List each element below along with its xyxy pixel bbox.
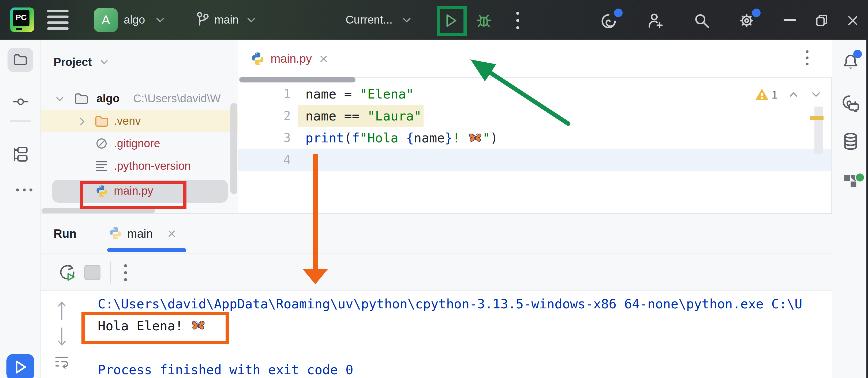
git-branch-icon[interactable]	[195, 12, 210, 28]
tree-row-python-version[interactable]: .python-version	[41, 155, 239, 177]
prev-problem-button[interactable]	[788, 91, 799, 99]
code-token: name =	[305, 87, 360, 101]
toolbar-more-button[interactable]	[516, 12, 519, 29]
tree-row-main-py[interactable]: main.py	[41, 180, 239, 202]
venv-folder-icon	[95, 115, 109, 128]
project-vscrollbar-thumb[interactable]	[230, 103, 237, 194]
code-line-2[interactable]: 2 name == "Laura"	[239, 105, 831, 127]
pycharm-logo-text: PC	[13, 10, 29, 26]
run-config-selector[interactable]: Current...	[346, 0, 393, 40]
python-file-icon	[95, 184, 108, 198]
warning-count: 1	[772, 89, 778, 101]
code-token-keyword: print	[305, 130, 344, 145]
run-config-chevron-icon[interactable]	[401, 16, 412, 24]
editor-tab-main-py[interactable]: main.py	[271, 40, 312, 78]
line-number: 4	[239, 149, 291, 171]
code-token-string: "Elena"	[360, 87, 414, 101]
project-panel-chevron-icon[interactable]	[99, 58, 109, 66]
minimize-button[interactable]	[784, 19, 796, 21]
run-panel: Run main	[41, 213, 832, 378]
project-panel-title[interactable]: Project	[54, 56, 92, 69]
rerun-button[interactable]	[58, 264, 76, 282]
code-line-1[interactable]: 1 name = "Elena"	[239, 83, 831, 105]
strip-divider	[10, 121, 31, 122]
toolbar-separator	[110, 262, 111, 283]
editor-tab-bar: main.py	[239, 40, 832, 78]
structure-tool-button[interactable]	[12, 146, 29, 163]
tree-item-name: algo	[96, 87, 120, 110]
tree-item-name: main.py	[114, 180, 153, 202]
line-number: 1	[239, 83, 291, 105]
run-panel-title[interactable]: Run	[54, 214, 76, 253]
database-tool-button[interactable]	[842, 133, 859, 150]
ignored-file-icon	[95, 137, 108, 150]
code-token-string: "Laura"	[367, 108, 422, 124]
tree-item-path: C:\Users\david\W	[133, 87, 221, 110]
editor-vscrollbar-thumb[interactable]	[814, 107, 823, 154]
tree-item-name: .gitignore	[114, 132, 160, 155]
console-interpreter-line: C:\Users\david\AppData\Roaming\uv\python…	[98, 293, 831, 315]
tree-row-algo[interactable]: algo C:\Users\david\W	[41, 87, 239, 110]
pycharm-logo: PC	[10, 7, 34, 32]
editor-top-scrollbar[interactable]	[239, 77, 355, 82]
expand-chevron-icon[interactable]	[55, 95, 65, 103]
commit-tool-button[interactable]	[13, 94, 28, 109]
project-name[interactable]: algo	[124, 0, 145, 40]
debug-button[interactable]	[476, 12, 492, 29]
ai-chat-tool-button[interactable]	[842, 95, 859, 112]
more-tools-button[interactable]	[16, 188, 32, 192]
line-number: 3	[239, 127, 291, 149]
ai-assistant-icon[interactable]	[601, 13, 617, 29]
run-tab-main[interactable]: main	[127, 214, 153, 253]
floating-run-button[interactable]	[6, 354, 34, 378]
tree-row-gitignore[interactable]: .gitignore	[41, 132, 239, 155]
close-button[interactable]	[846, 14, 859, 27]
warning-stripe-mark[interactable]	[810, 116, 824, 120]
console-gutter	[41, 291, 82, 378]
ai-assistant-badge	[614, 8, 623, 17]
text-file-icon	[95, 160, 108, 172]
run-more-button[interactable]	[124, 264, 127, 281]
editor-options-button[interactable]	[806, 50, 808, 65]
run-toolbar	[41, 253, 832, 291]
stop-button[interactable]	[84, 265, 100, 280]
restore-button[interactable]	[815, 14, 828, 27]
folder-icon	[74, 93, 89, 105]
next-problem-button[interactable]	[811, 91, 822, 99]
run-tab-close-icon[interactable]	[167, 229, 177, 239]
notifications-badge	[853, 50, 862, 58]
scroll-up-button[interactable]	[57, 301, 67, 321]
main-menu-button[interactable]	[47, 10, 69, 30]
python-file-icon	[250, 51, 265, 66]
branch-chevron-icon[interactable]	[246, 16, 257, 24]
title-bar: PC A algo main Current...	[0, 0, 868, 40]
tab-close-icon[interactable]	[319, 54, 329, 64]
tree-item-name: .python-version	[114, 155, 191, 177]
run-button[interactable]	[443, 13, 458, 28]
settings-badge	[752, 8, 761, 17]
pycharm-window: PC A algo main Current...	[0, 0, 868, 378]
project-tool-button[interactable]	[7, 48, 33, 72]
folder-icon	[13, 54, 27, 66]
add-user-button[interactable]	[647, 12, 663, 29]
code-token: name ==	[305, 108, 367, 124]
run-console[interactable]: C:\Users\david\AppData\Roaming\uv\python…	[41, 291, 832, 378]
code-line-4-current[interactable]: 4	[239, 149, 831, 171]
collapse-chevron-icon[interactable]	[79, 117, 86, 126]
gutter-divider	[298, 83, 298, 213]
line-number: 2	[239, 105, 291, 127]
scroll-down-button[interactable]	[57, 327, 67, 347]
branch-name[interactable]: main	[214, 0, 239, 40]
search-button[interactable]	[693, 12, 710, 29]
window-edge	[866, 0, 868, 378]
project-avatar[interactable]: A	[94, 8, 118, 32]
tree-row-venv[interactable]: .venv	[41, 110, 239, 132]
project-hscrollbar-thumb[interactable]	[41, 208, 155, 213]
python-file-icon-faded	[108, 226, 122, 240]
project-chevron-icon[interactable]	[155, 16, 165, 24]
soft-wrap-button[interactable]	[54, 355, 69, 370]
tree-item-name: .venv	[114, 110, 141, 132]
butterfly-emoji	[191, 317, 206, 333]
code-line-3[interactable]: 3 print(f"Hola {name}! 🦋")	[239, 127, 831, 149]
warning-icon[interactable]	[755, 89, 768, 101]
